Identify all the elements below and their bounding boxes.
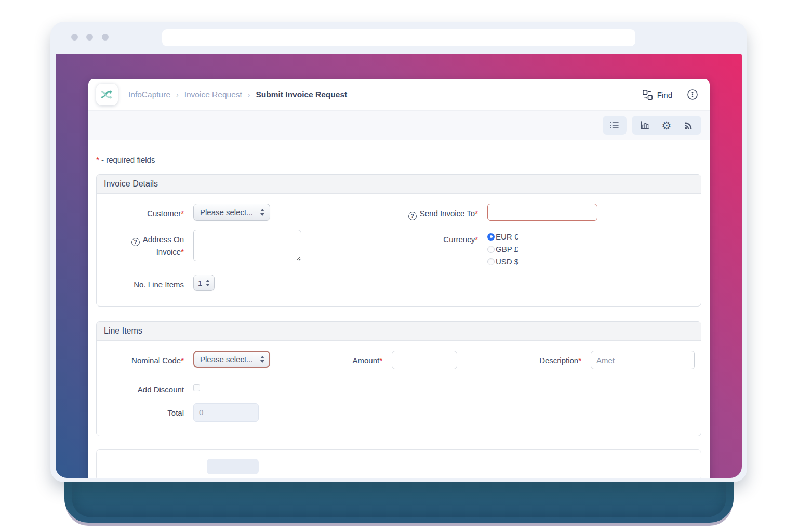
total-label-text: Total xyxy=(167,408,184,417)
rss-feed-button[interactable] xyxy=(677,121,699,130)
amount-cell xyxy=(392,351,457,369)
find-swap-icon xyxy=(642,89,653,100)
settings-button[interactable]: ⚙ xyxy=(656,120,677,131)
window-zoom-button[interactable] xyxy=(102,34,109,41)
amount-input[interactable] xyxy=(392,351,457,369)
form-row: Customer* Please select... ?Send In xyxy=(105,204,693,221)
line-items-panel: Line Items Nominal Code* Please select..… xyxy=(96,321,701,436)
form-row: Total xyxy=(105,403,693,422)
bar-chart-icon xyxy=(640,120,650,130)
description-label-text: Description xyxy=(539,356,578,365)
currency-option-gbp[interactable]: GBP £ xyxy=(487,245,693,254)
toolbar-button-group: ⚙ xyxy=(632,116,701,135)
currency-label-text: Currency xyxy=(443,235,475,244)
address-label-text: Address On Invoice xyxy=(143,235,184,256)
address-field-cell xyxy=(193,230,391,263)
currency-option-label: EUR € xyxy=(496,232,518,241)
breadcrumb-invoice-request[interactable]: Invoice Request xyxy=(184,90,242,99)
required-asterisk: * xyxy=(578,356,581,365)
nominal-code-label: Nominal Code* xyxy=(105,351,184,367)
window-minimize-button[interactable] xyxy=(86,34,93,41)
form-row: ?Address On Invoice* Currency* xyxy=(105,230,693,266)
description-label: Description* xyxy=(467,351,581,367)
required-asterisk: * xyxy=(181,356,184,365)
required-note-text: - required fields xyxy=(101,155,155,164)
app-header: InfoCapture › Invoice Request › Submit I… xyxy=(88,79,710,111)
radio-unselected-icon xyxy=(487,258,495,265)
help-icon[interactable]: ? xyxy=(131,238,140,246)
currency-label: Currency* xyxy=(400,230,478,246)
send-invoice-to-input[interactable] xyxy=(487,204,597,221)
customer-select[interactable]: Please select... xyxy=(193,204,270,221)
add-discount-cell xyxy=(193,379,271,391)
breadcrumb-infocapture[interactable]: InfoCapture xyxy=(128,90,170,99)
no-line-items-select[interactable]: 1 xyxy=(193,275,215,291)
customer-select-value: Please select... xyxy=(200,208,253,217)
select-arrows-icon xyxy=(206,280,210,286)
total-label: Total xyxy=(105,403,184,419)
next-section-panel xyxy=(96,449,701,478)
required-asterisk: * xyxy=(181,209,184,218)
kebab-circle-icon xyxy=(687,89,698,100)
select-arrows-icon xyxy=(260,356,264,363)
url-bar[interactable] xyxy=(162,29,635,46)
send-invoice-to-label: ?Send Invoice To* xyxy=(400,204,478,220)
breadcrumb-separator: › xyxy=(176,90,179,99)
partially-visible-button[interactable] xyxy=(207,459,259,474)
screenshot-stage: InfoCapture › Invoice Request › Submit I… xyxy=(0,0,798,532)
total-input xyxy=(193,403,259,422)
gear-icon: ⚙ xyxy=(662,120,672,131)
customer-field-cell: Please select... xyxy=(193,204,391,221)
required-asterisk: * xyxy=(181,247,184,256)
amount-label-text: Amount xyxy=(352,356,379,365)
invoice-details-title: Invoice Details xyxy=(97,175,701,194)
currency-option-label: USD $ xyxy=(496,257,518,266)
list-icon xyxy=(609,120,620,130)
chart-view-button[interactable] xyxy=(634,120,656,130)
rss-icon xyxy=(684,121,694,130)
required-asterisk: * xyxy=(475,235,478,244)
send-invoice-to-cell xyxy=(487,204,693,221)
add-discount-checkbox[interactable] xyxy=(193,384,200,391)
currency-option-label: GBP £ xyxy=(496,245,518,254)
description-input[interactable] xyxy=(591,351,695,369)
total-cell xyxy=(193,403,271,422)
no-line-items-value: 1 xyxy=(198,278,202,287)
address-on-invoice-textarea[interactable] xyxy=(193,230,301,261)
shuffle-icon xyxy=(100,88,114,101)
nominal-code-select[interactable]: Please select... xyxy=(193,351,270,368)
browser-window: InfoCapture › Invoice Request › Submit I… xyxy=(50,22,747,482)
nominal-code-cell: Please select... xyxy=(193,351,271,368)
list-view-button[interactable] xyxy=(603,116,627,135)
form-row: No. Line Items 1 xyxy=(105,275,693,291)
infocapture-logo xyxy=(96,84,118,105)
currency-option-eur[interactable]: EUR € xyxy=(487,232,693,241)
required-asterisk: * xyxy=(379,356,382,365)
more-options-button[interactable] xyxy=(687,89,698,100)
no-line-items-cell: 1 xyxy=(193,275,391,291)
browser-viewport: InfoCapture › Invoice Request › Submit I… xyxy=(56,54,742,478)
find-button[interactable]: Find xyxy=(642,89,672,100)
currency-option-usd[interactable]: USD $ xyxy=(487,257,693,266)
view-toolbar: ⚙ xyxy=(88,111,710,140)
no-line-items-label: No. Line Items xyxy=(105,275,184,291)
breadcrumb-separator: › xyxy=(248,90,250,99)
window-close-button[interactable] xyxy=(71,34,78,41)
description-cell xyxy=(591,351,695,369)
breadcrumb-current-page: Submit Invoice Request xyxy=(256,90,348,99)
currency-radio-group: EUR € GBP £ USD $ xyxy=(487,230,693,266)
required-asterisk: * xyxy=(96,155,99,164)
amount-label: Amount* xyxy=(281,351,382,367)
app-card: InfoCapture › Invoice Request › Submit I… xyxy=(88,79,710,478)
form-area: * - required fields Invoice Details Cust… xyxy=(88,140,710,478)
browser-titlebar xyxy=(50,22,747,54)
required-fields-note: * - required fields xyxy=(96,155,701,164)
radio-unselected-icon xyxy=(487,246,495,253)
no-line-items-label-text: No. Line Items xyxy=(134,280,184,289)
header-actions: Find xyxy=(642,89,698,100)
line-items-title: Line Items xyxy=(97,322,701,341)
address-on-invoice-label: ?Address On Invoice* xyxy=(105,230,184,258)
invoice-details-panel: Invoice Details Customer* Please select.… xyxy=(96,174,701,307)
add-discount-label: Add Discount xyxy=(105,379,184,396)
help-icon[interactable]: ? xyxy=(408,212,417,220)
